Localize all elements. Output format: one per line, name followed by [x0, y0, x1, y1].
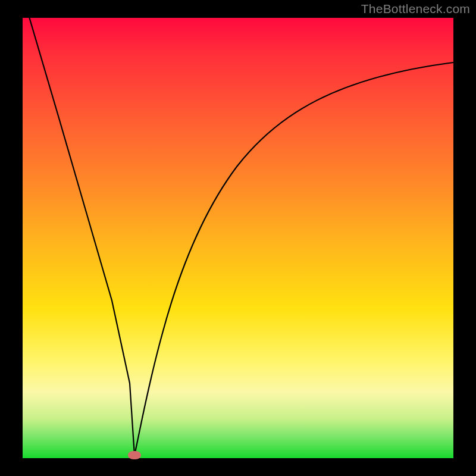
plot-area — [23, 18, 453, 458]
bottleneck-curve — [23, 18, 453, 458]
curve-right-branch — [134, 62, 453, 455]
min-marker-dot — [128, 451, 141, 459]
watermark-text: TheBottleneck.com — [361, 2, 470, 16]
curve-left-branch — [29, 18, 134, 455]
chart-frame: TheBottleneck.com — [0, 0, 476, 476]
